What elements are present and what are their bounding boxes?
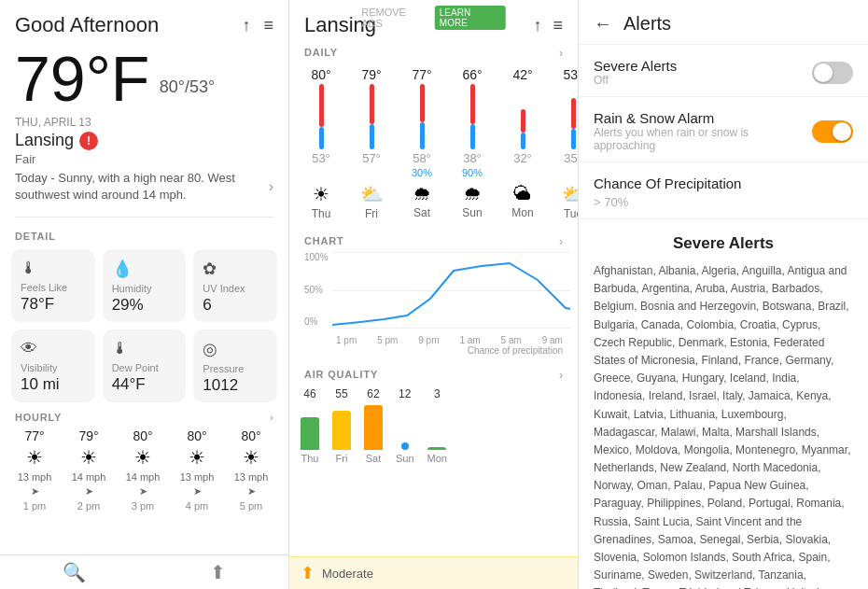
back-icon[interactable]: ← bbox=[594, 13, 612, 35]
bar-high-fri bbox=[370, 84, 374, 124]
sun-icon-2: ☀ bbox=[80, 446, 97, 469]
chart-arrow[interactable]: › bbox=[559, 235, 563, 248]
detail-pressure-label: Pressure bbox=[203, 363, 244, 374]
bar-high-sat bbox=[420, 84, 425, 122]
aq-value-thu: 46 bbox=[303, 387, 315, 400]
alert-dot[interactable]: ! bbox=[79, 132, 98, 150]
aq-bars: 46 Thu 55 Fri 62 Sat 12 bbox=[289, 384, 578, 468]
share-icon[interactable]: ↑ bbox=[533, 16, 541, 35]
chart-section: CHART › 100% 50% 0% 1 pm 5 pm bbox=[289, 228, 578, 365]
aq-day-mon: Mon bbox=[427, 453, 447, 464]
daily-bar-tue bbox=[571, 84, 576, 149]
aq-bar-sat bbox=[364, 405, 383, 450]
detail-grid: 🌡 Feels Like 78°F 💧 Humidity 29% ✿ UV In… bbox=[0, 249, 288, 402]
severe-list-text: Afghanistan, Albania, Algeria, Anguilla,… bbox=[594, 262, 853, 589]
temp-low: 53° bbox=[189, 77, 215, 96]
bar-low-mon bbox=[521, 133, 525, 149]
hourly-item: 80° ☀ 13 mph ➤ 4 pm bbox=[174, 428, 220, 512]
daily-high-sat: 77° bbox=[412, 67, 431, 82]
detail-humidity: 💧 Humidity 29% bbox=[103, 249, 187, 322]
aq-arrow[interactable]: › bbox=[559, 369, 563, 382]
bar-high-mon bbox=[521, 109, 525, 133]
aq-value-mon: 3 bbox=[434, 387, 441, 400]
remove-ads-btn[interactable]: REMOVE ADS bbox=[361, 7, 429, 29]
daily-label: DAILY bbox=[304, 47, 338, 60]
daily-scroll[interactable]: 80° 53° ☀ Thu 79° 57° ⛅ Fri 77° bbox=[289, 63, 578, 228]
daily-header: DAILY › bbox=[289, 43, 578, 63]
daily-bar-fri bbox=[370, 84, 374, 149]
daily-item-tue: 53° 35° ⛅ Tue bbox=[553, 67, 578, 220]
temperature-main: 79°F 80°/53° bbox=[0, 43, 288, 112]
daily-low-tue: 35° bbox=[564, 151, 578, 165]
bar-low-sun bbox=[470, 124, 475, 149]
divider-1 bbox=[15, 217, 273, 217]
chart-header: CHART › bbox=[289, 233, 578, 252]
detail-humidity-label: Humidity bbox=[112, 283, 152, 294]
menu-icon[interactable]: ≡ bbox=[553, 16, 563, 35]
rain-snow-toggle[interactable] bbox=[812, 120, 853, 143]
hourly-time-2: 2 pm bbox=[77, 500, 100, 512]
share-icon[interactable]: ↑ bbox=[242, 16, 250, 35]
forecast-arrow[interactable]: › bbox=[269, 178, 273, 195]
learn-more-btn[interactable]: LEARN MORE bbox=[435, 6, 506, 30]
see-more-arrow[interactable]: › bbox=[270, 412, 273, 423]
chart-plot bbox=[332, 252, 570, 329]
hourly-temp-1: 77° bbox=[24, 428, 44, 443]
daily-arrow[interactable]: › bbox=[559, 47, 563, 60]
hourly-time-3: 3 pm bbox=[132, 500, 154, 512]
wind-dir-icon-2: ➤ bbox=[85, 485, 93, 498]
aq-day-thu: Thu bbox=[301, 453, 319, 464]
dewpoint-icon: 🌡 bbox=[112, 339, 129, 358]
bottom-nav: 🔍 ⬆ bbox=[0, 554, 288, 589]
hourly-time-1: 1 pm bbox=[23, 500, 46, 512]
bar-high-thu bbox=[319, 84, 324, 127]
detail-humidity-value: 29% bbox=[112, 296, 144, 315]
hourly-wind-5: 13 mph bbox=[234, 471, 269, 483]
severe-alerts-toggle[interactable] bbox=[812, 62, 853, 84]
severe-alerts-row: Severe Alerts Off bbox=[579, 45, 868, 97]
rain-snow-name: Rain & Snow Alarm bbox=[594, 110, 812, 126]
daily-item-sun: 66° 38° 90% 🌧 Sun bbox=[452, 67, 493, 220]
sun-icon-4: ☀ bbox=[189, 446, 205, 469]
header-icons: ↑ ≡ bbox=[242, 16, 273, 35]
right-header: ← Alerts bbox=[579, 0, 868, 45]
aq-header: AIR QUALITY › bbox=[289, 365, 578, 384]
left-panel: Good Afternoon ↑ ≡ 79°F 80°/53° THU, APR… bbox=[0, 0, 289, 589]
aq-day-sat: Sat bbox=[366, 453, 382, 464]
aq-bar-wrap-sun bbox=[401, 403, 409, 450]
aq-bar-mon bbox=[427, 447, 446, 450]
daily-low-mon: 32° bbox=[513, 151, 532, 165]
aq-bar-wrap-fri bbox=[332, 403, 351, 450]
chart-x-1am: 1 am bbox=[459, 335, 480, 345]
detail-visibility-label: Visibility bbox=[21, 362, 58, 373]
severe-alerts-name: Severe Alerts bbox=[594, 58, 677, 74]
up-icon[interactable]: ⬆ bbox=[210, 561, 226, 583]
bar-high-tue bbox=[571, 98, 576, 129]
daily-high-mon: 42° bbox=[512, 67, 532, 82]
detail-feels-like-value: 78°F bbox=[21, 295, 54, 314]
daily-day-fri: Fri bbox=[365, 207, 378, 220]
ad-banner: REMOVE ADS LEARN MORE bbox=[361, 6, 506, 30]
chart-area: 100% 50% 0% 1 pm 5 pm 9 pm 1 am 5 am bbox=[289, 252, 578, 345]
daily-low-thu: 53° bbox=[312, 151, 330, 165]
chart-x-9am: 9 am bbox=[542, 335, 563, 345]
aq-value-sat: 62 bbox=[367, 387, 379, 400]
greeting: Good Afternoon bbox=[15, 13, 159, 37]
aq-bar-wrap-thu bbox=[301, 403, 319, 450]
daily-day-tue: Tue bbox=[564, 207, 578, 220]
menu-icon[interactable]: ≡ bbox=[263, 16, 273, 35]
hourly-scroll[interactable]: 77° ☀ 13 mph ➤ 1 pm 79° ☀ 14 mph ➤ 2 pm … bbox=[0, 428, 288, 519]
chart-x-9pm: 9 pm bbox=[418, 335, 439, 345]
search-icon[interactable]: 🔍 bbox=[63, 561, 86, 583]
detail-label: DETAIL bbox=[0, 227, 288, 249]
detail-visibility-value: 10 mi bbox=[21, 375, 60, 394]
severe-alerts-info: Severe Alerts Off bbox=[594, 58, 677, 87]
aq-value-sun: 12 bbox=[399, 387, 411, 400]
daily-item-thu: 80° 53° ☀ Thu bbox=[301, 67, 342, 220]
bar-low-thu bbox=[319, 127, 324, 150]
daily-precip-sat: 30% bbox=[412, 167, 432, 181]
uv-icon: ✿ bbox=[203, 259, 217, 279]
pressure-icon: ◎ bbox=[203, 339, 217, 359]
hourly-item: 80° ☀ 13 mph ➤ 5 pm bbox=[228, 428, 274, 512]
chart-line bbox=[332, 263, 570, 325]
